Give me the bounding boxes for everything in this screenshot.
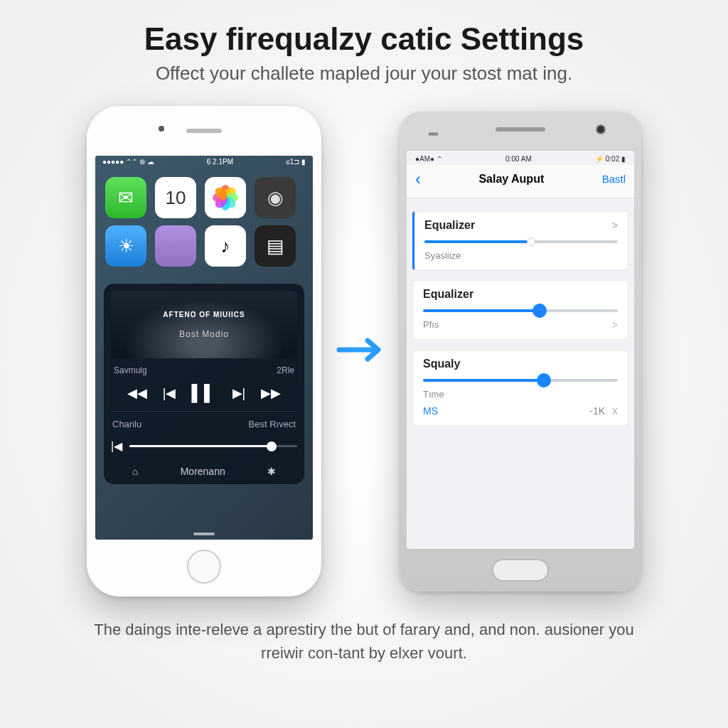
album-title: AFTENO OF MIUIICS [163,311,245,318]
home-button[interactable] [492,559,549,582]
status-left: ●●●●● ⌃⌃ ⊜ ☁ [102,158,154,166]
home-indicator[interactable] [193,532,215,535]
phone-right-screen: ●AM● ⌃ 0:00 AM ⚡ 0:02 ▮ ‹ Salay Auput Ba… [407,151,634,549]
card-title-label: Equalizer [424,219,475,232]
volume-row: |◀ [111,437,297,460]
chevron-right-icon[interactable]: > [612,319,618,331]
card-sub-label: Tıme [423,389,618,400]
messages-app-icon[interactable]: ✉ [105,177,146,218]
now-playing-card: AFTENO OF MIUIICS Bost Modio Savmulg 2Rl… [104,284,304,484]
rewind-fast-icon[interactable]: ◀◀ [127,385,147,401]
pause-icon[interactable]: ▌▌ [191,384,216,402]
squaly-card[interactable]: Squaly Tıme MS -1K X [412,350,628,426]
card-title-label: Squaly [423,358,460,370]
equalizer-slider-2[interactable] [423,309,618,312]
headline: Easy firequalzy catic Settings [144,21,584,57]
next-track-icon[interactable]: ▶| [232,385,246,401]
playback-controls: ◀◀ |◀ ▌▌ ▶| ▶▶ [111,380,297,411]
card-sub-label: Pfıs [423,319,439,330]
phones-row: ●●●●● ⌃⌃ ⊜ ☁ 6 2.1PM ≤1⊐ ▮ ✉ 10 [87,106,641,596]
settings-list[interactable]: Equalizer > Syasliize Equalizer [407,198,634,549]
home-button[interactable] [187,550,221,584]
purple-app-icon[interactable] [155,225,196,267]
elapsed-label: Savmulg [114,365,147,375]
card-sub-label: Syasliize [424,250,618,261]
card-title-label: Equalizer [423,288,473,301]
weather-app-icon[interactable]: ☀ [105,225,146,267]
equalizer-card-2[interactable]: Equalizer Pfıs > [412,280,628,340]
status-right: ≤1⊐ ▮ [286,158,306,166]
front-camera-icon [596,124,606,134]
chevron-right-icon[interactable]: > [612,220,618,231]
squaly-slider[interactable] [423,379,618,382]
status-bar: ●●●●● ⌃⌃ ⊜ ☁ 6 2.1PM ≤1⊐ ▮ [95,156,313,168]
volume-slider[interactable] [129,445,297,447]
output-label: Best Rıvect [249,419,296,429]
status-left: ●AM● ⌃ [415,155,442,163]
remaining-label: 2Rle [277,365,294,375]
front-camera-icon [159,126,164,132]
airplay-icon[interactable]: ⌂ [132,466,138,477]
status-time: 6 2.1PM [207,158,233,166]
nav-action-button[interactable]: Bastl [602,173,626,185]
bottom-right-value: -1K [589,405,605,417]
album-art[interactable]: AFTENO OF MIUIICS Bost Modio [111,291,297,358]
earpiece-icon [186,129,222,133]
music-app-icon[interactable]: ♪ [205,225,246,267]
status-bar: ●AM● ⌃ 0:00 AM ⚡ 0:02 ▮ [407,151,634,165]
calendar-app-icon[interactable]: 10 [155,177,196,218]
subheadline: Offect your challete mapled jour your st… [156,63,572,85]
status-right: ⚡ 0:02 ▮ [595,155,626,163]
earpiece-icon [496,127,545,132]
video-app-icon[interactable]: ▤ [255,225,296,267]
phone-left: ●●●●● ⌃⌃ ⊜ ☁ 6 2.1PM ≤1⊐ ▮ ✉ 10 [87,106,321,596]
nav-bar: ‹ Salay Auput Bastl [407,165,634,198]
footer-text: The daings inte-releve a aprestiry the b… [73,618,655,665]
bottom-center-label: Morenann [181,466,225,477]
phone-right: ••• ●AM● ⌃ 0:00 AM ⚡ 0:02 ▮ ‹ Salay Aupu… [400,112,641,592]
camera-app-icon[interactable]: ◉ [255,177,296,218]
equalizer-card-1[interactable]: Equalizer > Syasliize [412,211,628,270]
back-button[interactable]: ‹ [415,169,421,189]
forward-fast-icon[interactable]: ▶▶ [261,385,281,401]
photos-app-icon[interactable] [205,177,246,218]
more-icon[interactable]: ✱ [267,466,276,477]
bottom-left-value[interactable]: MS [423,405,438,417]
sensor-dots-icon: ••• [428,127,437,142]
album-subtitle: Bost Modio [179,329,229,339]
equalizer-slider-1[interactable] [424,240,618,243]
phone-left-screen: ●●●●● ⌃⌃ ⊜ ☁ 6 2.1PM ≤1⊐ ▮ ✉ 10 [95,156,313,540]
source-label: Chanlu [112,419,141,429]
arrow-right-icon [336,332,385,370]
close-icon[interactable]: X [612,407,618,417]
previous-track-icon[interactable]: |◀ [163,385,176,401]
page-title: Salay Auput [478,173,544,186]
skip-back-icon[interactable]: |◀ [111,439,122,453]
status-time: 0:00 AM [505,155,532,163]
